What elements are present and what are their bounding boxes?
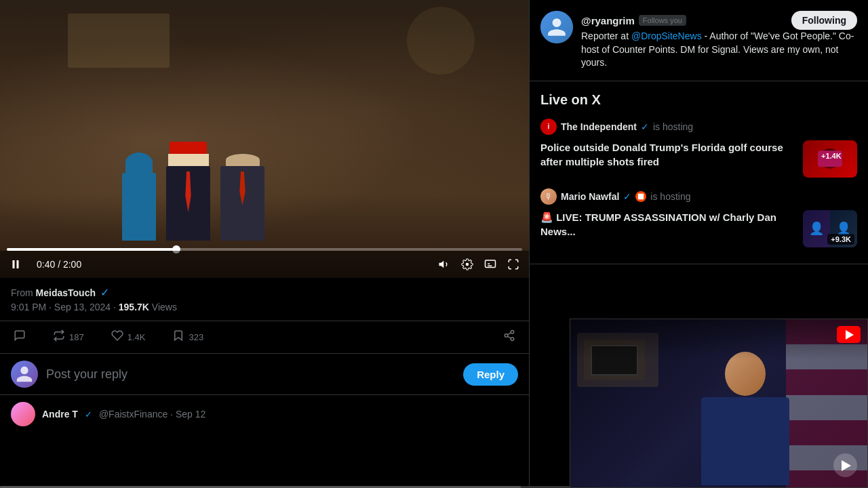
reply-button[interactable]: Reply (463, 363, 518, 386)
stream-overlay (570, 319, 867, 360)
action-bar: 187 1.4K 323 (0, 321, 529, 353)
follows-you-badge: Follows you (639, 15, 686, 26)
reply-action-button[interactable] (11, 327, 28, 348)
follow-button[interactable]: Following (791, 11, 857, 30)
verified-small: ✓ (85, 409, 92, 420)
profile-info: @ryangrim Follows you Following Reporter… (581, 11, 857, 70)
svg-rect-0 (13, 260, 15, 268)
live-thumbnail-1[interactable]: +1.4K (803, 140, 857, 178)
comment-preview: Andre T ✓ @FaistxFinance · Sep 12 (0, 394, 529, 433)
is-hosting-1: is hosting (653, 121, 693, 132)
controls-right (437, 257, 521, 272)
live-headline-2: 🚨 LIVE: TRUMP ASSASSINATION w/ Charly Da… (540, 210, 796, 239)
live-host-name-1: The Independent (561, 121, 637, 132)
live-thumbnail-2[interactable]: 👤 👤 +9.3K (803, 210, 857, 247)
live-host-name-2: Mario Nawfal (561, 191, 619, 202)
mention-dropsites[interactable]: @DropSiteNews (631, 30, 702, 41)
viewer-count-2: +9.3K (827, 234, 854, 245)
streaming-badge (635, 191, 646, 202)
share-icon (503, 329, 515, 345)
youtube-icon (837, 326, 861, 343)
svg-point-3 (466, 263, 469, 266)
retweet-icon (53, 329, 65, 345)
view-count: 195.7K (119, 302, 149, 312)
live-section-title: Live on X (540, 92, 857, 108)
bookmark-icon (172, 329, 184, 345)
captions-button[interactable] (483, 257, 498, 272)
bookmark-count: 323 (189, 332, 203, 342)
profile-handle-display[interactable]: @ryangrim (581, 15, 635, 26)
retweet-button[interactable]: 187 (50, 327, 87, 348)
is-hosting-2: is hosting (650, 191, 690, 202)
commenter-avatar (11, 402, 35, 426)
account-name[interactable]: MeidasTouch (36, 287, 96, 298)
live-item-1[interactable]: i The Independent ✓ is hosting Police ou… (540, 119, 857, 178)
profile-avatar (540, 11, 573, 43)
post-from: From MeidasTouch ✓ (11, 286, 518, 299)
post-meta: 9:01 PM · Sep 13, 2024 · 195.7K Views (11, 302, 518, 312)
bookmark-button[interactable]: 323 (170, 327, 206, 348)
video-player[interactable]: 0:40 / 2:00 (0, 0, 529, 278)
profile-name-row: @ryangrim Follows you Following (581, 11, 857, 30)
reply-section: Post your reply Reply (0, 353, 529, 394)
svg-line-8 (507, 336, 511, 338)
video-controls: 0:40 / 2:00 (0, 251, 529, 278)
verified-badge-2: ✓ (623, 191, 631, 202)
pause-button[interactable] (8, 257, 23, 272)
mario-avatar: 🎙 (540, 188, 557, 205)
share-button[interactable] (500, 327, 518, 348)
retweet-count: 187 (69, 332, 84, 342)
settings-button[interactable] (460, 257, 475, 272)
live-item-1-content: Police outside Donald Trump's Florida go… (540, 140, 857, 178)
like-count: 1.4K (127, 332, 146, 342)
like-button[interactable]: 1.4K (108, 327, 149, 348)
time-display: 0:40 / 2:00 (37, 259, 81, 270)
reply-icon (14, 329, 26, 345)
profile-bio: Reporter at @DropSiteNews - Author of "W… (581, 30, 857, 70)
right-panel: @ryangrim Follows you Following Reporter… (529, 0, 868, 488)
live-item-2-content: 🚨 LIVE: TRUMP ASSASSINATION w/ Charly Da… (540, 210, 857, 247)
independent-logo: i (540, 119, 557, 135)
reply-input-area[interactable]: Post your reply (46, 367, 455, 382)
user-avatar (11, 361, 38, 388)
verified-badge-1: ✓ (641, 121, 649, 132)
svg-line-9 (507, 333, 511, 335)
live-section: Live on X i The Independent ✓ is hosting… (530, 81, 868, 264)
profile-card: @ryangrim Follows you Following Reporter… (530, 0, 868, 81)
svg-marker-2 (439, 261, 444, 268)
heart-icon (111, 329, 123, 345)
volume-button[interactable] (437, 257, 452, 272)
live-item-2-header: 🎙 Mario Nawfal ✓ is hosting (540, 188, 857, 205)
commenter-name: Andre T (42, 409, 78, 420)
live-headline-1: Police outside Donald Trump's Florida go… (540, 140, 796, 169)
live-item-2[interactable]: 🎙 Mario Nawfal ✓ is hosting 🚨 LIVE: TRUM… (540, 188, 857, 247)
live-item-1-header: i The Independent ✓ is hosting (540, 119, 857, 135)
svg-point-7 (511, 338, 514, 341)
svg-rect-1 (17, 260, 19, 268)
post-info: From MeidasTouch ✓ 9:01 PM · Sep 13, 202… (0, 278, 529, 321)
bottom-stream (570, 319, 868, 488)
svg-point-5 (511, 331, 514, 334)
commenter-handle: @FaistxFinance · Sep 12 (99, 409, 205, 420)
video-background (0, 0, 529, 278)
viewer-count-1: +1.4K (818, 151, 842, 167)
reply-placeholder: Post your reply (46, 367, 127, 381)
svg-point-6 (505, 334, 508, 338)
fullscreen-button[interactable] (506, 257, 521, 272)
play-stream-button[interactable] (833, 453, 857, 477)
video-scene (0, 0, 529, 278)
stream-video-bg (570, 319, 867, 487)
verified-badge: ✓ (100, 287, 109, 298)
main-post-panel: 0:40 / 2:00 (0, 0, 529, 488)
